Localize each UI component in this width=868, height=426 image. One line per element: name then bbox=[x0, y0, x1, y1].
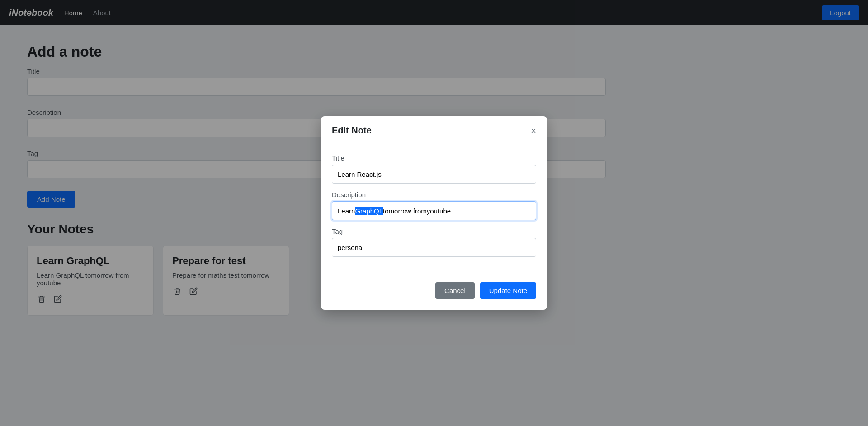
modal-footer: Cancel Update Note bbox=[321, 275, 547, 310]
edit-note-modal: Edit Note × Title Description Learn Grap… bbox=[321, 116, 547, 310]
modal-title-label: Title bbox=[332, 154, 536, 162]
modal-description-field[interactable]: Learn GraphQL tomorrow from youtube bbox=[332, 201, 536, 220]
modal-close-button[interactable]: × bbox=[531, 126, 536, 135]
modal-title: Edit Note bbox=[332, 125, 372, 136]
desc-youtube: youtube bbox=[427, 207, 451, 215]
desc-middle: tomorrow from bbox=[383, 207, 427, 215]
modal-title-input[interactable] bbox=[332, 165, 536, 184]
cancel-button[interactable]: Cancel bbox=[435, 282, 475, 299]
desc-before: Learn bbox=[338, 207, 355, 215]
modal-overlay[interactable]: Edit Note × Title Description Learn Grap… bbox=[0, 0, 868, 426]
modal-body: Title Description Learn GraphQL tomorrow… bbox=[321, 143, 547, 275]
desc-highlighted: GraphQL bbox=[355, 207, 383, 215]
modal-tag-label: Tag bbox=[332, 227, 536, 235]
modal-description-label: Description bbox=[332, 191, 536, 199]
update-note-button[interactable]: Update Note bbox=[480, 282, 536, 299]
modal-header: Edit Note × bbox=[321, 116, 547, 143]
modal-tag-input[interactable] bbox=[332, 238, 536, 257]
